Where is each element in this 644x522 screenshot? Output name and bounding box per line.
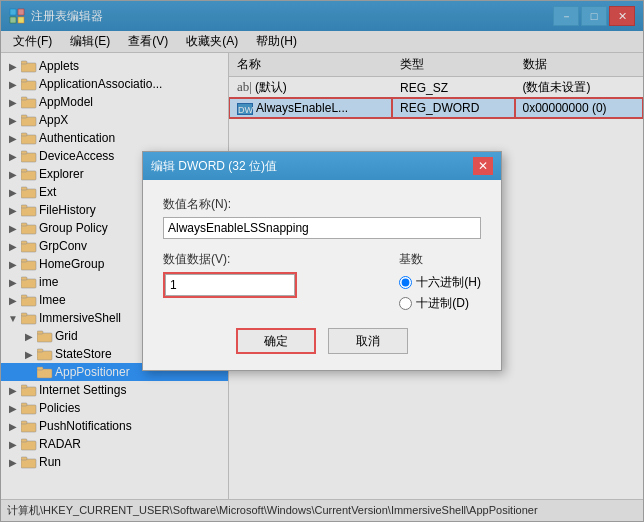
dialog-row: 数值数据(V): 基数 十六进制(H) 十进制(D): [163, 251, 481, 312]
dialog-title-text: 编辑 DWORD (32 位)值: [151, 158, 277, 175]
main-window: 注册表编辑器 － □ ✕ 文件(F)编辑(E)查看(V)收藏夹(A)帮助(H) …: [0, 0, 644, 522]
dec-radio-text: 十进制(D): [416, 295, 469, 312]
data-input[interactable]: [165, 274, 295, 296]
name-input[interactable]: [163, 217, 481, 239]
dec-radio[interactable]: [399, 297, 412, 310]
dec-radio-label[interactable]: 十进制(D): [399, 295, 481, 312]
name-field-label: 数值名称(N):: [163, 196, 481, 213]
dialog-title-bar: 编辑 DWORD (32 位)值 ✕: [143, 152, 501, 180]
dialog-close-button[interactable]: ✕: [473, 157, 493, 175]
cancel-button[interactable]: 取消: [328, 328, 408, 354]
base-section: 基数 十六进制(H) 十进制(D): [399, 251, 481, 312]
dialog-body: 数值名称(N): 数值数据(V): 基数 十六进制(H): [143, 180, 501, 370]
data-field-label: 数值数据(V):: [163, 251, 383, 268]
value-input-wrapper: [163, 272, 297, 298]
hex-radio-label[interactable]: 十六进制(H): [399, 274, 481, 291]
confirm-button[interactable]: 确定: [236, 328, 316, 354]
hex-radio-text: 十六进制(H): [416, 274, 481, 291]
edit-dialog: 编辑 DWORD (32 位)值 ✕ 数值名称(N): 数值数据(V): 基数: [142, 151, 502, 371]
base-label: 基数: [399, 251, 481, 268]
hex-radio[interactable]: [399, 276, 412, 289]
value-section: 数值数据(V):: [163, 251, 383, 298]
dialog-buttons: 确定 取消: [163, 328, 481, 354]
dialog-overlay: 编辑 DWORD (32 位)值 ✕ 数值名称(N): 数值数据(V): 基数: [1, 1, 643, 521]
